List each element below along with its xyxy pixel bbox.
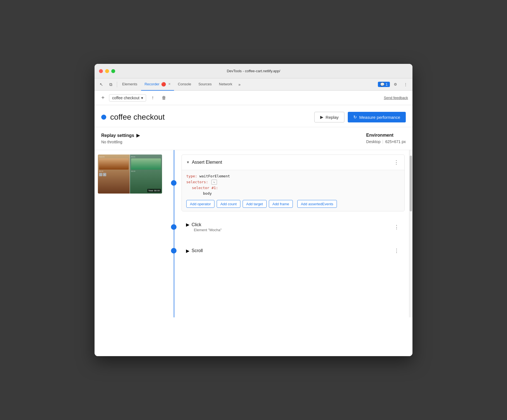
send-feedback-link[interactable]: Send feedback <box>384 96 408 100</box>
device-toolbar-btn[interactable]: ⧉ <box>106 80 115 89</box>
measure-label: Measure performance <box>359 115 400 120</box>
thumb-controls-1: - + <box>99 173 129 176</box>
dropdown-icon: ▾ <box>141 96 143 100</box>
step-1-header[interactable]: ▼ Assert Element ⋮ <box>182 155 404 170</box>
step-3-title-row: ▶ Scroll <box>186 248 203 254</box>
collapse-chevron: ▼ <box>186 160 190 164</box>
maximize-button[interactable] <box>111 69 115 73</box>
thumb-price-1: $19.00 <box>99 170 129 172</box>
title-bar: DevTools - coffee-cart.netlify.app/ <box>95 64 412 78</box>
tab-recorder[interactable]: Recorder 🔴 ✕ <box>141 78 174 91</box>
recording-title: coffee checkout <box>110 113 165 122</box>
steps-area: Capuuno $19.00 - + Mocha $19.00 Total: $… <box>95 150 412 317</box>
chat-icon: 💬 <box>380 82 385 86</box>
replay-settings-group: Replay settings ▶ No throttling <box>101 133 140 144</box>
step-1-code: type: waitForElement selectors: ↖ select… <box>186 173 400 197</box>
environment-size: 625×671 px <box>385 139 406 144</box>
chat-count: 1 <box>386 82 388 86</box>
selector1-key: selector #1: <box>186 185 400 191</box>
thumb-text-1: Capuuno <box>99 156 129 158</box>
replay-settings-arrow: ▶ <box>136 133 140 138</box>
step-3-title: Scroll <box>192 248 203 253</box>
replay-settings-label: Replay settings <box>101 133 134 138</box>
recording-status-dot <box>101 115 106 120</box>
thumb-price-2: $19.00 <box>131 170 161 172</box>
thumb-text-2: Mocha <box>131 156 161 158</box>
step-2-left: ▶ Click Element "Mocha" <box>186 222 222 232</box>
tab-sources[interactable]: Sources <box>195 78 215 91</box>
recorder-tab-label: Recorder <box>144 82 159 86</box>
recorder-close-icon[interactable]: ✕ <box>168 82 171 86</box>
recording-name: coffee checkout <box>112 96 139 100</box>
step-3-header[interactable]: ▶ Scroll ⋮ <box>182 243 405 259</box>
recording-title-group: coffee checkout <box>101 113 165 122</box>
settings-btn[interactable]: ⚙ <box>391 81 400 88</box>
chat-badge[interactable]: 💬 1 <box>378 82 390 87</box>
step-assert-element: ▼ Assert Element ⋮ type: waitForElement … <box>167 155 409 211</box>
tab-console[interactable]: Console <box>175 78 195 91</box>
add-count-btn[interactable]: Add count <box>217 200 240 208</box>
selector1-value: body <box>186 191 400 197</box>
add-asserted-events-btn[interactable]: Add assertedEvents <box>297 200 337 208</box>
minimize-button[interactable] <box>105 69 109 73</box>
replay-settings-title[interactable]: Replay settings ▶ <box>101 133 140 138</box>
scrollbar-thumb[interactable] <box>410 156 412 211</box>
expand-chevron-2: ▶ <box>186 222 189 227</box>
environment-title: Environment <box>366 133 406 138</box>
measure-performance-button[interactable]: ↻ Measure performance <box>348 112 406 122</box>
step-2-title: Click <box>192 222 201 227</box>
step-2-menu-btn[interactable]: ⋮ <box>393 223 400 231</box>
add-frame-btn[interactable]: Add frame <box>269 200 293 208</box>
environment-desktop: Desktop <box>366 139 380 144</box>
add-target-btn[interactable]: Add target <box>243 200 267 208</box>
step-scroll: ▶ Scroll ⋮ <box>167 243 409 259</box>
recorder-toolbar: + coffee checkout ▾ ↑ 🗑 Send feedback <box>95 91 412 105</box>
more-options-btn[interactable]: ⋮ <box>401 81 410 88</box>
step-card-1: ▼ Assert Element ⋮ type: waitForElement … <box>182 155 405 211</box>
window-title: DevTools - coffee-cart.netlify.app/ <box>227 69 280 73</box>
pointer-icon-btn[interactable]: ↖ <box>97 80 106 89</box>
recorder-main: coffee checkout ▶ Replay ↻ Measure perfo… <box>95 105 412 356</box>
step-3-menu-btn[interactable]: ⋮ <box>393 247 400 255</box>
step-1-action-buttons: Add operator Add count Add target Add fr… <box>186 200 400 208</box>
step-2-title-row: ▶ Click <box>186 222 222 227</box>
step-click: ▶ Click Element "Mocha" ⋮ <box>167 218 409 236</box>
tab-elements[interactable]: Elements <box>119 78 141 91</box>
step-2-info: ▶ Click Element "Mocha" <box>186 222 222 232</box>
settings-section: Replay settings ▶ No throttling Environm… <box>95 127 412 150</box>
network-tab-label: Network <box>219 82 232 86</box>
close-button[interactable] <box>99 69 103 73</box>
replay-button[interactable]: ▶ Replay <box>314 112 345 122</box>
step-3-content: ▶ Scroll ⋮ <box>182 243 405 259</box>
throttling-value: No throttling <box>101 140 140 144</box>
replay-label: Replay <box>326 115 339 120</box>
step-3-left: ▶ Scroll <box>186 248 203 254</box>
devtools-tabs-bar: ↖ ⧉ Elements Recorder 🔴 ✕ Console Source… <box>95 78 412 91</box>
step-1-title: Assert Element <box>192 160 222 165</box>
step-1-header-left: ▼ Assert Element <box>186 160 222 165</box>
coffee-cup-2 <box>131 158 161 170</box>
step-1-menu-btn[interactable]: ⋮ <box>393 158 400 166</box>
environment-value: Desktop 625×671 px <box>366 139 406 144</box>
plus-icon: + <box>101 95 105 101</box>
step-dot-3 <box>171 248 177 254</box>
scrollbar[interactable] <box>409 150 412 317</box>
recording-header: coffee checkout ▶ Replay ↻ Measure perfo… <box>95 105 412 127</box>
step-2-header[interactable]: ▶ Click Element "Mocha" ⋮ <box>182 218 405 236</box>
add-recording-btn[interactable]: + <box>99 94 107 102</box>
selectors-key: selectors: <box>186 180 208 184</box>
layers-icon: ⧉ <box>109 82 112 87</box>
recorder-indicator: 🔴 <box>161 82 166 86</box>
delete-btn[interactable]: 🗑 <box>160 93 168 102</box>
recording-selector[interactable]: coffee checkout ▾ <box>109 94 146 102</box>
add-operator-btn[interactable]: Add operator <box>186 200 214 208</box>
tab-network[interactable]: Network <box>216 78 236 91</box>
step-2-content: ▶ Click Element "Mocha" ⋮ <box>182 218 405 236</box>
gear-icon: ⚙ <box>394 82 397 86</box>
replay-play-icon: ▶ <box>320 115 323 120</box>
devtools-window: DevTools - coffee-cart.netlify.app/ ↖ ⧉ … <box>95 64 412 356</box>
more-tabs-btn[interactable]: » <box>236 82 243 87</box>
sources-tab-label: Sources <box>198 82 212 86</box>
export-btn[interactable]: ↑ <box>148 93 157 102</box>
tab-separator <box>117 82 117 87</box>
